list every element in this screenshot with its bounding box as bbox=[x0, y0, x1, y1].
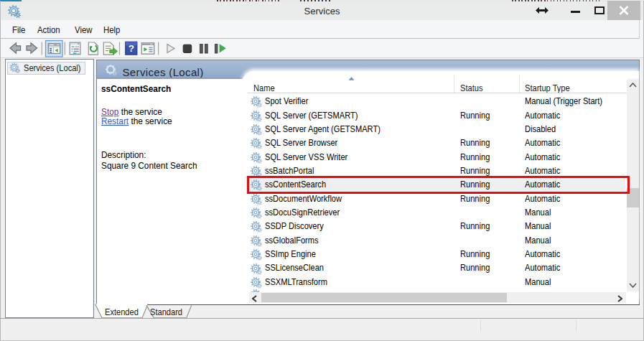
svg-text:?: ? bbox=[129, 43, 134, 54]
